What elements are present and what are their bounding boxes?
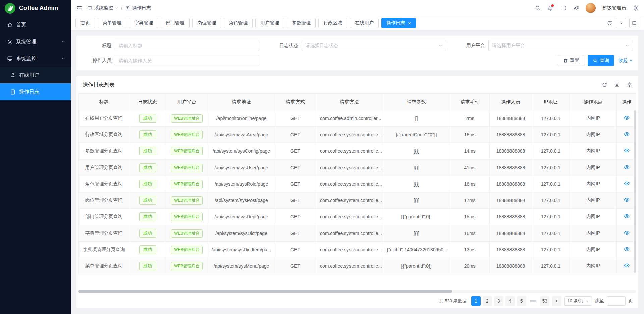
table-row: 菜单管理分页查询成功WEB管理后台/api/system/sysMenu/pag… [79,258,637,274]
tab-item[interactable]: 角色管理 [224,18,253,28]
view-detail-button[interactable] [624,230,630,236]
jump-label: 跳至 [595,298,604,304]
page-button[interactable]: 2 [483,296,492,306]
sidebar-item-online-users[interactable]: 在线用户 [0,67,71,83]
search-button[interactable] [535,5,541,11]
tab-item[interactable]: 岗位管理 [192,18,221,28]
page-ellipsis: ••• [528,296,538,306]
sidebar-item-operation-log[interactable]: 操作日志 [0,83,71,100]
cell-title: 菜单管理分页查询 [79,258,129,274]
user-name[interactable]: 超级管理员 [602,5,626,11]
page-button[interactable]: 4 [505,296,515,306]
page-button[interactable]: 5 [517,296,526,306]
table-density-button[interactable] [614,82,620,88]
platform-select[interactable]: 请选择用户平台 [488,40,633,51]
cell-location: 内网IP [570,176,617,192]
layout-setting-button[interactable] [629,18,639,28]
tab-close-icon[interactable]: × [408,21,411,26]
cell-url: /api/system/sysConfig/page [208,143,275,160]
view-detail-button[interactable] [624,131,630,137]
search-submit-button[interactable]: 查询 [588,55,614,66]
tab-bar: 首页菜单管理字典管理部门管理岗位管理角色管理用户管理参数管理行政区域在线用户操作… [71,16,644,30]
jump-page-input[interactable] [607,296,626,306]
cell-operator: 18888888888 [490,127,532,143]
cell-duration: 16ms [450,225,490,242]
title-input[interactable] [115,40,259,51]
tab-item[interactable]: 用户管理 [255,18,284,28]
view-detail-button[interactable] [624,197,630,203]
sidebar-item-system-management[interactable]: 系统管理 [0,33,71,50]
horizontal-scrollbar-thumb[interactable] [78,290,452,293]
cell-duration: 17ms [450,192,490,209]
tab-item[interactable]: 首页 [75,18,95,28]
cell-duration: 13ms [450,242,490,258]
fullscreen-button[interactable] [560,5,566,11]
view-detail-button[interactable] [624,148,630,153]
reset-button[interactable]: 重置 [558,55,584,66]
cell-operator: 18888888888 [490,143,532,160]
view-detail-button[interactable] [624,181,630,186]
tab-item[interactable]: 在线用户 [350,18,379,28]
chevron-down-icon [625,44,629,48]
vertical-scrollbar[interactable] [634,110,636,287]
sidebar-item-label: 系统管理 [16,39,36,45]
horizontal-scrollbar[interactable] [78,290,636,293]
tab-item[interactable]: 菜单管理 [98,18,126,28]
chevron-down-icon [61,40,65,44]
sidebar-item-system-monitor[interactable]: 系统监控 [0,50,71,67]
tab-item-active[interactable]: 操作日志× [381,18,416,28]
breadcrumb-parent[interactable]: 系统监控 [94,5,113,11]
settings-button[interactable] [633,5,639,11]
cell-ip: 127.0.0.1 [532,192,570,209]
user-avatar[interactable] [586,3,596,13]
table-refresh-button[interactable] [602,82,607,88]
cell-location: 内网IP [570,192,617,209]
status-tag: 成功 [139,163,156,172]
status-select[interactable]: 请选择日志状态 [302,40,446,51]
search-icon [535,5,541,11]
status-tag: 成功 [139,196,156,205]
monitor-icon [87,6,92,11]
next-page-button[interactable] [552,296,561,306]
language-button[interactable] [573,5,579,11]
page-button[interactable]: 53 [540,296,549,306]
cell-platform: WEB管理后台 [166,160,208,176]
tab-item[interactable]: 参数管理 [287,18,316,28]
tab-options-button[interactable] [616,18,626,28]
vertical-scrollbar-thumb[interactable] [634,110,636,273]
cell-platform: WEB管理后台 [166,110,208,127]
sidebar-item-home[interactable]: 首页 [0,16,71,33]
tab-tools [607,18,639,28]
cell-params: [{}] [383,143,450,160]
tab-item[interactable]: 行政区域 [318,18,347,28]
view-detail-button[interactable] [624,213,630,219]
view-detail-button[interactable] [624,115,630,121]
cell-operator: 18888888888 [490,225,532,242]
page-button[interactable]: 3 [494,296,503,306]
collapse-label: 收起 [618,58,628,64]
status-tag: 成功 [139,180,156,188]
table-title: 操作日志列表 [83,81,115,88]
collapse-filter-link[interactable]: 收起 [618,58,633,64]
platform-tag: WEB管理后台 [171,147,202,155]
cell-http-method: GET [275,258,316,274]
view-detail-button[interactable] [624,164,630,170]
notifications-button[interactable] [547,5,553,11]
tab-item[interactable]: 部门管理 [161,18,190,28]
view-detail-button[interactable] [624,263,630,268]
refresh-tab-button[interactable] [607,20,612,26]
view-detail-button[interactable] [624,246,630,252]
table-column-settings-button[interactable] [627,82,632,88]
operator-input[interactable] [115,55,259,66]
cell-platform: WEB管理后台 [166,209,208,225]
cell-duration: 41ms [450,160,490,176]
page-size-select[interactable]: 10 条/页 [564,296,592,306]
cell-location: 内网IP [570,160,617,176]
status-tag: 成功 [139,130,156,139]
sidebar-menu: 首页 系统管理 系统监控 [0,16,71,100]
cell-operator: 18888888888 [490,160,532,176]
sidebar-collapse-button[interactable] [76,5,83,11]
tab-item[interactable]: 字典管理 [129,18,158,28]
cell-http-method: GET [275,225,316,242]
page-button[interactable]: 1 [471,296,481,306]
